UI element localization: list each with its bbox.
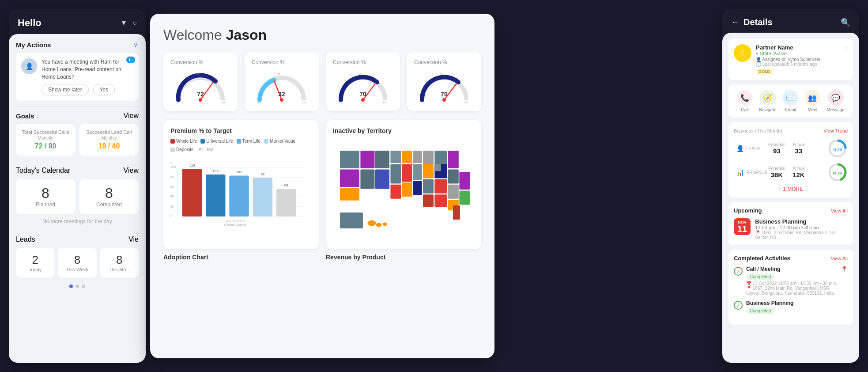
lead-card-today: 2 Today bbox=[16, 248, 54, 277]
svg-rect-49 bbox=[340, 151, 359, 168]
leads-potential-val: 93 bbox=[768, 147, 785, 155]
right-search-icon[interactable]: 🔍 bbox=[841, 18, 850, 27]
svg-point-7 bbox=[280, 98, 283, 102]
no-meetings-text: No more meetings for the day bbox=[16, 218, 139, 224]
legend-whole-life: Whole Life bbox=[170, 139, 197, 144]
partner-state: ● State: Active bbox=[756, 51, 841, 56]
completed-activities-header: Completed Activities View All bbox=[734, 255, 848, 262]
right-header: ← Details 🔍 bbox=[722, 9, 859, 33]
planned-num: 8 bbox=[22, 185, 69, 201]
goal-card-1: Total Successful Calls Monthly 72 / 80 bbox=[16, 124, 75, 156]
back-arrow-icon[interactable]: ← bbox=[731, 18, 739, 27]
action-buttons: Show me later Yes bbox=[42, 84, 133, 95]
goal-2-value: 19 / 40 bbox=[85, 142, 133, 150]
legend-term-life: Term Life bbox=[237, 139, 260, 144]
business-section: Business (This Month) View Trend 👤 LEADS… bbox=[728, 122, 853, 197]
leads-icon: 👤 bbox=[734, 142, 746, 155]
upcoming-item: NOV 11 Business Planning 12:00 pm - 12:3… bbox=[734, 218, 848, 240]
svg-rect-54 bbox=[413, 151, 422, 163]
show-later-button[interactable]: Show me later bbox=[42, 84, 89, 95]
completed-activities-section: Completed Activities View All ✓ Call / M… bbox=[728, 250, 853, 325]
message-action[interactable]: 💬 Message bbox=[826, 90, 845, 112]
dot-1[interactable] bbox=[69, 285, 73, 288]
goals-view[interactable]: View bbox=[124, 112, 139, 120]
upcoming-details: Business Planning 12:00 pm - 12:30 pm • … bbox=[755, 218, 848, 240]
partner-updated: 🕐 Last updated: 6 months ago bbox=[756, 62, 841, 67]
my-actions-view[interactable]: Vi bbox=[134, 42, 139, 48]
svg-rect-73 bbox=[434, 194, 447, 207]
navigate-label: Navigate bbox=[759, 107, 776, 112]
lead-week-num: 8 bbox=[63, 253, 91, 267]
upcoming-view-all[interactable]: View All bbox=[831, 208, 848, 213]
message-icon: 💬 bbox=[828, 90, 844, 106]
revenue-biz-label: REVENUE bbox=[746, 170, 768, 175]
partner-card: ⭐ Partner Name ● State: Active 👤 Assigne… bbox=[728, 39, 853, 80]
dot-3[interactable] bbox=[82, 285, 85, 288]
completed-time-text-1: 13 Oct 2022 11:00 am - 11:30 pm • 30 min bbox=[753, 281, 836, 286]
partner-avatar: ⭐ bbox=[734, 44, 751, 62]
svg-rect-70 bbox=[434, 179, 447, 194]
svg-text:60: 60 bbox=[170, 185, 174, 189]
svg-text:0: 0 bbox=[170, 215, 172, 218]
leads-progress-ring: 48.4% bbox=[827, 138, 848, 159]
action-card: Li 👤 You have a meeting with Ram for Hom… bbox=[16, 53, 139, 101]
view-trend-link[interactable]: View Trend bbox=[823, 128, 848, 133]
all-inv-toggle[interactable]: All bbox=[199, 147, 204, 152]
svg-point-80 bbox=[367, 220, 376, 226]
bar-chart-svg: 0 20 40 60 80 100 120 116 10 bbox=[170, 156, 312, 227]
gauge-2: 32 0 100 50 bbox=[252, 69, 312, 104]
svg-rect-41 bbox=[229, 176, 249, 216]
leads-header: Leads Vie bbox=[16, 235, 139, 243]
legend-label-whole-life: Whole Life bbox=[176, 139, 197, 144]
goal-1-value: 72 / 80 bbox=[21, 142, 70, 150]
legend-dot-deposits bbox=[170, 148, 175, 152]
calendar-icon-1: 📅 bbox=[746, 281, 751, 286]
svg-text:48.4%: 48.4% bbox=[833, 148, 843, 152]
completed-view-all[interactable]: View All bbox=[831, 256, 848, 261]
svg-rect-67 bbox=[402, 182, 412, 197]
svg-point-81 bbox=[376, 223, 382, 227]
svg-rect-59 bbox=[413, 164, 422, 180]
pagination-dots bbox=[16, 285, 139, 288]
inv-toggle[interactable]: Inv bbox=[207, 147, 213, 152]
svg-point-1 bbox=[199, 98, 202, 102]
leads-view[interactable]: Vie bbox=[128, 235, 139, 243]
svg-rect-53 bbox=[402, 151, 412, 163]
yes-button[interactable]: Yes bbox=[93, 84, 115, 95]
action-badge: Li bbox=[126, 57, 135, 63]
call-icon: 📞 bbox=[737, 90, 753, 106]
more-link[interactable]: + 1 MORE bbox=[734, 186, 848, 192]
email-icon: ✉️ bbox=[782, 90, 798, 106]
premium-chart-card: Premium % to Target Whole Life Universal… bbox=[163, 120, 319, 249]
upcoming-event-address: 📍 1867, 22nd Main Rd, Vanganhalli, 1st S… bbox=[755, 230, 848, 240]
planned-label: Planned bbox=[22, 201, 69, 208]
filter-icon[interactable]: ▼ bbox=[120, 19, 127, 27]
left-header-icons: ▼ ○ bbox=[120, 19, 137, 27]
leads-biz-nums: Potential 93 Actual 33 bbox=[768, 142, 827, 155]
conversion-card-4: Conversion % 70 0 100 50 bbox=[407, 52, 481, 111]
legend-deposits: Deposits bbox=[170, 147, 193, 152]
search-icon[interactable]: ○ bbox=[132, 19, 137, 27]
welcome-text: Welcome bbox=[163, 27, 222, 43]
call-action[interactable]: 📞 Call bbox=[737, 90, 753, 112]
business-title-text: Business bbox=[734, 128, 754, 133]
svg-rect-78 bbox=[434, 164, 441, 171]
completed-label: Completed bbox=[86, 201, 132, 208]
svg-text:40: 40 bbox=[170, 195, 174, 198]
svg-text:120: 120 bbox=[170, 161, 172, 164]
right-panel: ← Details 🔍 ⭐ Partner Name ● State: Acti… bbox=[722, 9, 859, 363]
svg-text:100: 100 bbox=[220, 101, 225, 104]
goal-2-period: Monthly bbox=[85, 136, 133, 140]
partner-chevron-icon[interactable]: › bbox=[845, 44, 848, 51]
goals-row: Total Successful Calls Monthly 72 / 80 S… bbox=[16, 124, 139, 156]
dot-2[interactable] bbox=[75, 285, 79, 288]
email-action[interactable]: ✉️ Email bbox=[782, 90, 798, 112]
svg-rect-55 bbox=[360, 169, 374, 189]
calendar-view[interactable]: View bbox=[124, 167, 139, 175]
svg-rect-79 bbox=[340, 213, 363, 228]
svg-rect-61 bbox=[434, 151, 447, 165]
navigate-action[interactable]: 🧭 Navigate bbox=[759, 90, 776, 112]
goal-1-period: Monthly bbox=[21, 136, 70, 140]
meet-action[interactable]: 👥 Meet bbox=[804, 90, 820, 112]
legend-dot-universal-life bbox=[200, 139, 205, 144]
